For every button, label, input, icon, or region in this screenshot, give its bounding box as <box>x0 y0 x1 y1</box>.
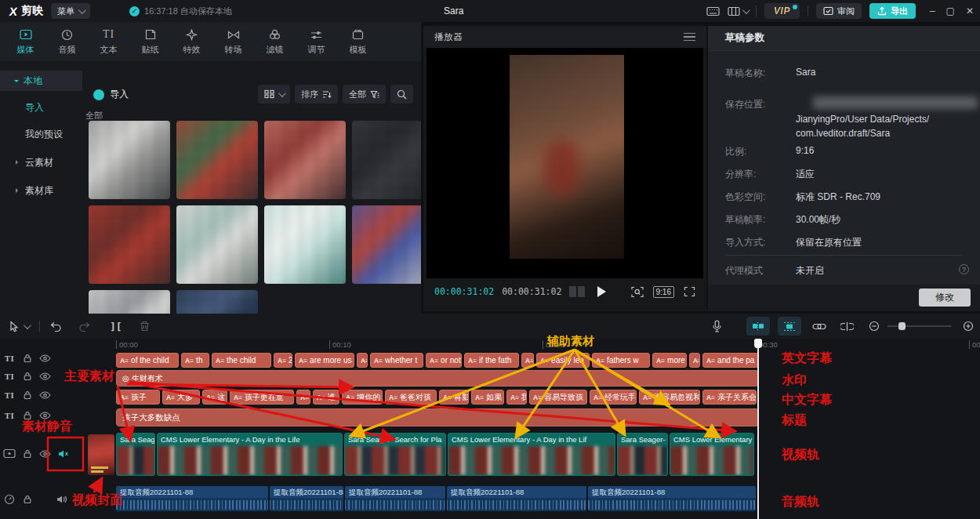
play-button[interactable] <box>597 286 606 297</box>
video-clip[interactable]: Sara Seager- <box>617 433 668 476</box>
lock-icon[interactable] <box>19 372 36 381</box>
shortcut-keyboard-icon[interactable] <box>706 6 720 16</box>
media-thumbnail[interactable] <box>176 121 258 199</box>
split-clip-button[interactable]: ][ <box>110 318 122 334</box>
tab-text[interactable]: TI 文本 <box>88 28 129 56</box>
media-thumbnail[interactable] <box>264 205 346 284</box>
redo-button[interactable] <box>78 318 90 334</box>
subtitle-clip[interactable]: A≡ 亲子关系会 <box>702 390 757 405</box>
unlink-split-icon[interactable] <box>840 318 854 334</box>
lock-icon[interactable] <box>19 354 36 363</box>
tab-audio[interactable]: 音频 <box>46 28 88 56</box>
subtitle-clip[interactable]: A≡ 这 <box>202 390 227 405</box>
eye-icon[interactable] <box>36 372 53 380</box>
video-clip[interactable]: CMS Lower Elementary - A Day <box>670 433 754 476</box>
subtitle-clip[interactable]: A≡ 更容易忽视和 <box>639 390 700 405</box>
search-button[interactable] <box>390 85 413 103</box>
cursor-tool-chevron[interactable] <box>24 318 29 334</box>
eye-icon[interactable] <box>36 391 53 399</box>
zoom-slider-knob[interactable] <box>898 322 906 330</box>
zoom-out-icon[interactable] <box>869 318 880 334</box>
fullscreen-icon[interactable] <box>684 286 695 297</box>
subtitle-clip[interactable]: A≡ th <box>521 353 534 368</box>
info-icon[interactable]: ? <box>959 264 969 274</box>
menu-button[interactable]: 菜单 <box>51 3 90 19</box>
subtitle-clip[interactable]: A≡ w <box>689 353 700 368</box>
sidebar-item-library[interactable]: 素材库 <box>0 180 82 201</box>
close-button[interactable]: ✕ <box>966 5 974 16</box>
subtitle-clip[interactable]: A≡ 2 <box>274 353 292 368</box>
audio-clip[interactable]: 提取音频20221101-88 <box>345 486 445 511</box>
subtitle-clip[interactable]: A≡ 大多 <box>162 390 200 405</box>
sidebar-item-import[interactable]: 导入 <box>0 97 82 118</box>
tab-media[interactable]: 媒体 <box>5 28 46 56</box>
audio-clip[interactable]: 提取音频20221101-88 <box>116 486 268 511</box>
link-materials-icon[interactable] <box>812 318 826 334</box>
magnetic-snap-toggle[interactable] <box>746 317 770 336</box>
video-clip[interactable]: Sara Seager- Sea <box>116 433 155 476</box>
subtitle-clip[interactable]: A≡ 如果 <box>471 390 504 405</box>
video-clip[interactable]: Sara Seager- Search for Pla <box>344 433 446 476</box>
subtitle-clip[interactable]: A≡ 将 <box>296 390 310 405</box>
tab-sticker[interactable]: 贴纸 <box>129 28 171 56</box>
modify-button[interactable]: 修改 <box>919 289 971 307</box>
lock-icon[interactable] <box>19 390 36 400</box>
aspect-ratio-button[interactable]: 9:16 <box>653 286 674 298</box>
mute-speaker-icon[interactable] <box>55 449 72 459</box>
maximize-button[interactable]: ▢ <box>946 5 955 16</box>
zoom-in-icon[interactable] <box>963 318 974 334</box>
import-button[interactable]: 导入 <box>93 88 129 101</box>
title-clip[interactable]: 孩子大多数缺点 <box>116 408 759 426</box>
review-button[interactable]: 审阅 <box>816 3 862 19</box>
view-mode-button[interactable] <box>258 85 290 103</box>
delete-button[interactable] <box>140 318 150 334</box>
sidebar-item-cloud[interactable]: 云素材 <box>0 152 82 172</box>
audio-clip[interactable]: 提取音频20221101-88 <box>270 486 343 511</box>
sidebar-item-local[interactable]: 本地 <box>0 71 82 91</box>
playhead[interactable] <box>757 339 759 519</box>
sort-button[interactable]: 排序 <box>295 85 338 103</box>
watermark-clip[interactable]: ◎ 生财有术 <box>116 370 759 387</box>
subtitle-clip[interactable]: A≡ are more us <box>295 353 354 368</box>
video-clip[interactable]: CMS Lower Elementary - A Day in the Life <box>157 433 343 476</box>
lock-icon[interactable] <box>19 449 36 459</box>
tab-filter[interactable]: 滤镜 <box>254 28 296 56</box>
subtitle-clip[interactable]: A≡ 孩子 <box>116 390 160 405</box>
minimize-button[interactable]: – <box>930 5 935 16</box>
frame-step-icon[interactable] <box>569 286 585 297</box>
eye-icon[interactable] <box>36 450 53 458</box>
subtitle-clip[interactable]: A≡ 我 <box>506 390 527 405</box>
preview-axis-toggle[interactable] <box>778 317 801 336</box>
media-thumbnail[interactable] <box>352 121 421 199</box>
subtitle-clip[interactable]: A≡ 孩子更在意 <box>230 390 294 405</box>
filter-all-button[interactable]: 全部 <box>343 85 386 103</box>
export-button[interactable]: 导出 <box>869 3 916 19</box>
eye-icon[interactable] <box>36 354 53 362</box>
subtitle-clip[interactable]: A≡ if the fath <box>464 353 519 368</box>
vip-badge[interactable]: VIP <box>764 3 800 19</box>
media-thumbnail[interactable] <box>89 121 170 199</box>
layout-panels-icon[interactable] <box>728 6 748 16</box>
tab-effects[interactable]: 特效 <box>171 28 212 56</box>
audio-clip[interactable]: 提取音频20221101-88 <box>447 486 586 511</box>
record-voiceover-mic-icon[interactable] <box>712 318 722 334</box>
audio-clip[interactable]: 提取音频20221101-88 <box>588 486 756 511</box>
subtitle-clip[interactable]: A≡ <box>357 353 368 368</box>
subtitle-clip[interactable]: A≡ of the child <box>116 353 179 368</box>
subtitle-clip[interactable]: A≡ the child <box>212 353 271 368</box>
subtitle-clip[interactable]: A≡ th <box>181 353 209 368</box>
tab-template[interactable]: 模板 <box>337 28 379 56</box>
subtitle-clip[interactable]: A≡ 增你的 <box>342 390 383 405</box>
tab-adjust[interactable]: 调节 <box>296 28 337 56</box>
speaker-icon[interactable] <box>53 495 71 504</box>
subtitle-clip[interactable]: A≡ whether t <box>370 353 423 368</box>
player-menu-icon[interactable] <box>684 31 695 44</box>
media-thumbnail[interactable] <box>89 205 170 284</box>
media-thumbnail[interactable] <box>176 205 258 284</box>
subtitle-clip[interactable]: A≡ easily lea <box>536 353 590 368</box>
select-cursor-tool[interactable] <box>9 318 19 334</box>
sidebar-item-presets[interactable]: 我的预设 <box>0 124 82 144</box>
timeline-ruler[interactable]: 00:00 00:10 00:20 00:30 00:40 <box>0 339 980 351</box>
video-cover-thumbnail[interactable] <box>88 434 114 475</box>
subtitle-clip[interactable]: A≡ 经常玩手 <box>590 390 637 405</box>
